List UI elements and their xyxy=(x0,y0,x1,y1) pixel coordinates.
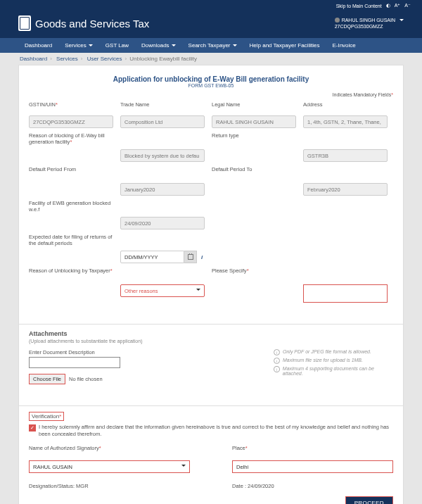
utility-bar: Skip to Main Content ◐ A⁺ A⁻ xyxy=(0,0,422,11)
nav-einvoice[interactable]: E-Invoice xyxy=(326,38,362,53)
site-header: Goods and Services Tax RAHUL SINGH GUSAI… xyxy=(0,11,422,38)
nav-dashboard[interactable]: Dashboard xyxy=(18,38,58,53)
field-expected-date[interactable]: DD/MM/YYYY xyxy=(120,251,184,263)
label-place: Place* xyxy=(232,445,393,455)
attachments-subtitle: (Upload attachments to substantiate the … xyxy=(29,339,393,344)
crumb-dashboard[interactable]: Dashboard xyxy=(18,56,49,62)
label-return-type: Return type xyxy=(212,132,296,145)
field-default-from: January2020 xyxy=(120,183,205,196)
label-doc-description: Enter Document Description xyxy=(29,349,120,355)
choose-file-button[interactable]: Choose File xyxy=(29,374,65,384)
field-reason-block: Blocked by system due to defau xyxy=(120,149,205,162)
crumb-current: Unblocking Ewaybill facility xyxy=(129,56,197,62)
label-legalname: Legal Name xyxy=(212,101,296,111)
label-default-to: Default Period To xyxy=(212,166,296,179)
form-title: Application for unblocking of E-Way Bill… xyxy=(29,73,393,83)
select-signatory[interactable]: RAHUL GUSAIN xyxy=(29,460,190,473)
label-expected: Expected date for filing of returns of t… xyxy=(29,234,113,246)
proceed-button[interactable]: PROCEED xyxy=(345,496,393,504)
no-file-text: No file chosen xyxy=(69,376,103,382)
mandatory-note: Indicates Mandatory Fields* xyxy=(29,92,393,101)
info-icon: i xyxy=(274,349,280,355)
field-legalname: RAHUL SINGH GUSAIN xyxy=(212,115,296,128)
skip-link[interactable]: Skip to Main Content xyxy=(336,4,382,8)
field-gstin: 27CDQPG3530GMZZ xyxy=(29,115,113,128)
font-decrease[interactable]: A⁻ xyxy=(404,3,411,8)
verification-checkbox[interactable]: ✓ xyxy=(29,424,36,431)
input-place[interactable]: Delhi xyxy=(232,460,393,473)
nav-gstlaw[interactable]: GST Law xyxy=(99,38,135,53)
attachments-title: Attachments xyxy=(29,330,393,337)
field-return-type: GSTR3B xyxy=(303,149,388,162)
font-increase[interactable]: A⁺ xyxy=(395,3,401,8)
nav-downloads[interactable]: Downloads xyxy=(135,38,182,53)
select-reason-unblock[interactable]: Other reasons xyxy=(120,284,205,297)
info-icon[interactable]: i xyxy=(199,252,205,262)
info-icon: i xyxy=(274,366,280,372)
calendar-icon[interactable] xyxy=(184,251,197,263)
user-widget[interactable]: RAHUL SINGH GUSAIN 27CDQPG3530GMZZ xyxy=(335,17,404,30)
attachment-hints: iOnly PDF or JPEG file format is allowed… xyxy=(274,349,393,384)
main-nav: Dashboard Services GST Law Downloads Sea… xyxy=(0,38,422,53)
label-tradename: Trade Name xyxy=(120,101,205,111)
label-default-from: Default Period From xyxy=(29,166,113,179)
verification-text: I hereby solemnly affirm and declare tha… xyxy=(39,424,393,438)
verification-title: Verification* xyxy=(29,412,64,421)
crumb-user-services[interactable]: User Services xyxy=(86,56,124,62)
user-name: RAHUL SINGH GUSAIN xyxy=(342,17,395,23)
label-reason-block: Reason of blocking of E-Way bill generat… xyxy=(29,132,113,145)
field-facility-wef: 24/09/2020 xyxy=(120,217,205,229)
label-reason-unblock: Reason of Unblocking by Taxpayer* xyxy=(29,267,113,280)
label-gstin: GSTIN/UIN* xyxy=(29,101,113,111)
nav-services[interactable]: Services xyxy=(58,38,99,53)
input-doc-description[interactable] xyxy=(29,357,120,368)
date-text: Date : 24/09/2020 xyxy=(232,483,393,489)
contrast-icon[interactable]: ◐ xyxy=(386,3,390,8)
form-panel: Application for unblocking of E-Way Bill… xyxy=(18,65,404,504)
field-default-to: February2020 xyxy=(303,183,388,196)
field-address: 1, 4th, GSTN, 2, Thane, Thane, xyxy=(303,115,388,128)
nav-help[interactable]: Help and Taxpayer Facilities xyxy=(243,38,326,53)
info-icon: i xyxy=(274,358,280,364)
chevron-down-icon xyxy=(181,465,186,469)
crumb-services[interactable]: Services xyxy=(55,56,79,62)
site-title: Goods and Services Tax xyxy=(35,18,149,30)
label-please-specify: Please Specify* xyxy=(212,267,296,280)
textarea-please-specify[interactable] xyxy=(303,284,388,303)
user-gstin: 27CDQPG3530GMZZ xyxy=(335,23,404,30)
nav-search-taxpayer[interactable]: Search Taxpayer xyxy=(182,38,243,53)
field-tradename: Composition Ltd xyxy=(120,115,205,128)
designation-text: Designation/Status: MGR xyxy=(29,483,190,489)
label-address: Address xyxy=(303,101,388,111)
chevron-down-icon xyxy=(196,289,200,293)
form-subtitle: FORM GST EWB-05 xyxy=(29,83,393,92)
emblem-icon xyxy=(18,15,31,31)
breadcrumb: Dashboard› Services› User Services› Unbl… xyxy=(0,53,422,65)
label-signatory: Name of Authorized Signatory* xyxy=(29,445,190,455)
label-facility-wef: Facility of EWB generation blocked w.e.f xyxy=(29,200,113,213)
